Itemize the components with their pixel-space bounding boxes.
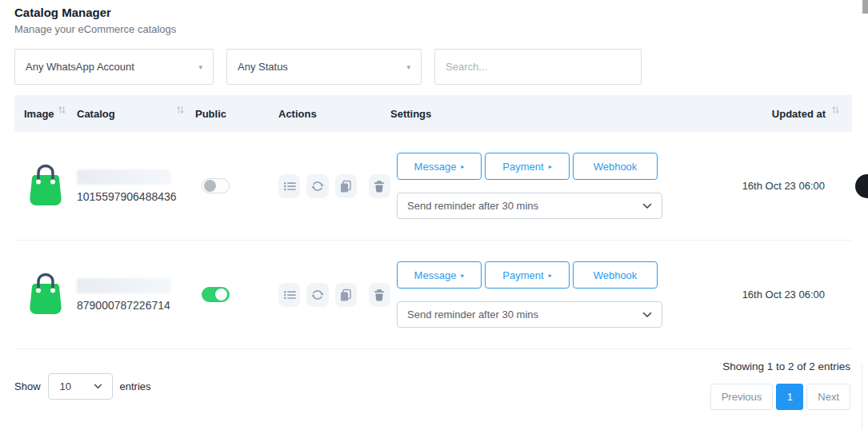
message-button[interactable]: Message ▸ — [397, 153, 482, 180]
chevron-down-icon — [94, 384, 102, 389]
sync-button[interactable] — [306, 283, 328, 307]
sync-button[interactable] — [306, 174, 328, 198]
sort-icon[interactable] — [58, 106, 66, 114]
pagination: Previous 1 Next — [710, 384, 850, 410]
column-header-actions: Actions — [278, 108, 390, 120]
catalog-id: 879000787226714 — [77, 299, 195, 312]
status-filter-value: Any Status — [238, 61, 288, 73]
column-header-settings: Settings — [390, 108, 688, 120]
webhook-button[interactable]: Webhook — [573, 153, 658, 180]
public-toggle[interactable] — [202, 287, 230, 302]
public-toggle[interactable] — [202, 178, 230, 193]
shopping-bag-icon — [24, 270, 67, 317]
show-label: Show — [14, 380, 41, 392]
whatsapp-account-filter[interactable]: Any WhatsApp Account ▾ — [14, 49, 214, 85]
list-items-button[interactable] — [278, 283, 300, 307]
next-page-button[interactable]: Next — [806, 384, 850, 410]
caret-down-icon: ▾ — [406, 63, 410, 71]
column-header-image[interactable]: Image — [24, 108, 77, 120]
settings-cell: Message ▸ Payment ▸ Webhook Send reminde… — [390, 153, 688, 219]
reminder-select-value: Send reminder after 30 mins — [407, 200, 538, 212]
catalog-name-redacted — [77, 169, 171, 185]
sync-arrows-icon — [311, 180, 324, 193]
caret-right-icon: ▸ — [549, 273, 552, 279]
toggle-knob — [215, 289, 227, 301]
webhook-button[interactable]: Webhook — [573, 261, 658, 289]
message-button[interactable]: Message ▸ — [397, 261, 482, 289]
table-row: 879000787226714 — [14, 241, 852, 349]
caret-right-icon: ▸ — [461, 164, 464, 170]
sort-icon[interactable] — [832, 106, 839, 114]
column-header-label: Catalog — [77, 108, 115, 120]
trash-icon — [373, 289, 386, 301]
caret-down-icon: ▾ — [198, 63, 202, 71]
caret-right-icon: ▸ — [461, 273, 464, 279]
table-footer: Show 10 entries Showing 1 to 2 of 2 entr… — [14, 360, 852, 410]
reminder-select[interactable]: Send reminder after 30 mins — [397, 193, 662, 219]
page-size-group: Show 10 entries — [14, 363, 151, 410]
page-size-select[interactable]: 10 — [48, 373, 113, 400]
entries-label: entries — [120, 380, 151, 392]
page-subtitle: Manage your eCommerce catalogs — [14, 23, 852, 35]
actions-cell — [278, 174, 390, 198]
catalog-image-cell — [24, 270, 77, 320]
payment-button-label: Payment — [502, 161, 543, 173]
column-header-catalog[interactable]: Catalog — [77, 108, 195, 120]
public-cell — [195, 287, 278, 302]
actions-cell — [278, 283, 390, 307]
catalog-name-redacted — [77, 278, 171, 293]
table-row: 1015597906488436 — [14, 132, 852, 241]
search-input[interactable] — [434, 49, 642, 85]
sort-icon[interactable] — [177, 106, 184, 114]
column-header-label: Actions — [278, 108, 317, 120]
showing-entries-text: Showing 1 to 2 of 2 entries — [722, 360, 850, 372]
table-header-row: Image Catalog Public — [14, 95, 852, 132]
list-icon — [283, 180, 296, 193]
page-title: Catalog Manager — [14, 6, 852, 19]
page-1-button[interactable]: 1 — [776, 384, 803, 410]
sync-arrows-icon — [311, 289, 324, 301]
column-header-label: Image — [24, 108, 54, 120]
webhook-button-label: Webhook — [594, 161, 638, 173]
reminder-select-value: Send reminder after 30 mins — [407, 309, 538, 321]
caret-right-icon: ▸ — [549, 164, 552, 170]
payment-button[interactable]: Payment ▸ — [485, 261, 570, 289]
filters-bar: Any WhatsApp Account ▾ Any Status ▾ — [14, 49, 852, 85]
catalog-id: 1015597906488436 — [77, 190, 195, 203]
scrollbar-track — [862, 364, 862, 430]
column-header-label: Settings — [390, 108, 431, 120]
previous-page-button[interactable]: Previous — [710, 384, 774, 410]
list-items-button[interactable] — [278, 174, 300, 198]
catalog-cell: 879000787226714 — [77, 278, 195, 312]
footer-right: Showing 1 to 2 of 2 entries Previous 1 N… — [710, 360, 852, 410]
catalog-cell: 1015597906488436 — [77, 169, 195, 203]
delete-button[interactable] — [369, 174, 390, 198]
message-button-label: Message — [414, 269, 457, 281]
updated-at: 16th Oct 23 06:00 — [688, 180, 842, 192]
status-filter[interactable]: Any Status ▾ — [226, 49, 422, 85]
duplicate-button[interactable] — [335, 283, 357, 307]
message-button-label: Message — [414, 161, 457, 173]
toggle-knob — [204, 180, 216, 192]
column-header-updated-at[interactable]: Updated at — [688, 108, 842, 120]
duplicate-button[interactable] — [335, 174, 357, 198]
list-icon — [283, 289, 296, 301]
payment-button-label: Payment — [502, 269, 543, 281]
page-size-value: 10 — [60, 380, 71, 392]
updated-at: 16th Oct 23 06:00 — [688, 289, 842, 301]
delete-button[interactable] — [369, 283, 390, 307]
copy-icon — [339, 289, 352, 301]
catalog-manager-page: Catalog Manager Manage your eCommerce ca… — [0, 0, 868, 410]
column-header-public: Public — [195, 108, 278, 120]
chevron-down-icon — [642, 312, 652, 318]
column-header-label: Updated at — [772, 108, 826, 120]
scrollbar-thumb[interactable] — [862, 0, 868, 14]
chevron-down-icon — [642, 203, 652, 209]
webhook-button-label: Webhook — [594, 269, 638, 281]
copy-icon — [339, 180, 352, 193]
shopping-bag-icon — [24, 161, 67, 208]
public-cell — [195, 178, 278, 193]
column-header-label: Public — [195, 108, 226, 120]
reminder-select[interactable]: Send reminder after 30 mins — [397, 301, 662, 328]
payment-button[interactable]: Payment ▸ — [485, 153, 570, 180]
